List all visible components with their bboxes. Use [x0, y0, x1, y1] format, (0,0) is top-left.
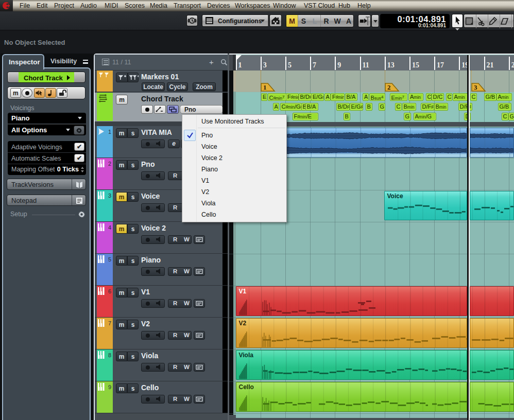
svg-text:2: 2 [387, 83, 391, 91]
svg-text:3: 3 [474, 83, 477, 91]
svg-text:1: 1 [263, 83, 267, 91]
